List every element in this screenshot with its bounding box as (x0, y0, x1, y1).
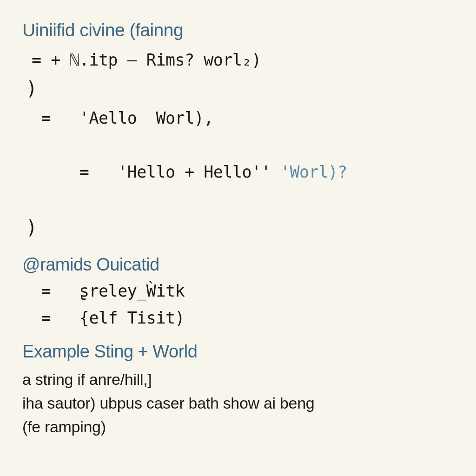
body-paragraph: a string if anre/hill,] iha sautor) ubpu… (22, 368, 459, 439)
code-line: = 'Aello Worl), (32, 105, 459, 132)
body-line: (fe ramping) (22, 415, 459, 439)
body-line: a string if anre/hill,] (22, 368, 459, 391)
section-2-heading: @ramids Ouicatid (22, 251, 459, 278)
section-3-heading: Example Sting + World (22, 338, 459, 365)
code-block-1: = + ℕ.itp – Rims? worl₂) (22, 47, 459, 74)
code-line: = {elf Tisit) (32, 305, 459, 332)
code-block-3: = ʂreley_Ẁitk = {elf Tisit) (22, 278, 459, 332)
close-paren: ) (26, 212, 459, 242)
code-line: = 'Hello + Hello'' 'Worl)? (32, 132, 459, 212)
code-line: = ʂreley_Ẁitk (32, 278, 459, 305)
body-line: iha sautor) ubpus caser bath show ai ben… (22, 391, 459, 415)
code-accent: 'Worl)? (280, 163, 347, 181)
code-line: = + ℕ.itp – Rims? worl₂) (32, 47, 459, 74)
code-text: = 'Hello + Hello'' (70, 163, 280, 181)
code-block-2: = 'Aello Worl), = 'Hello + Hello'' 'Worl… (22, 105, 459, 212)
close-paren: ) (26, 73, 459, 103)
section-1-heading: Uiniifid civine (fainng (22, 17, 459, 44)
